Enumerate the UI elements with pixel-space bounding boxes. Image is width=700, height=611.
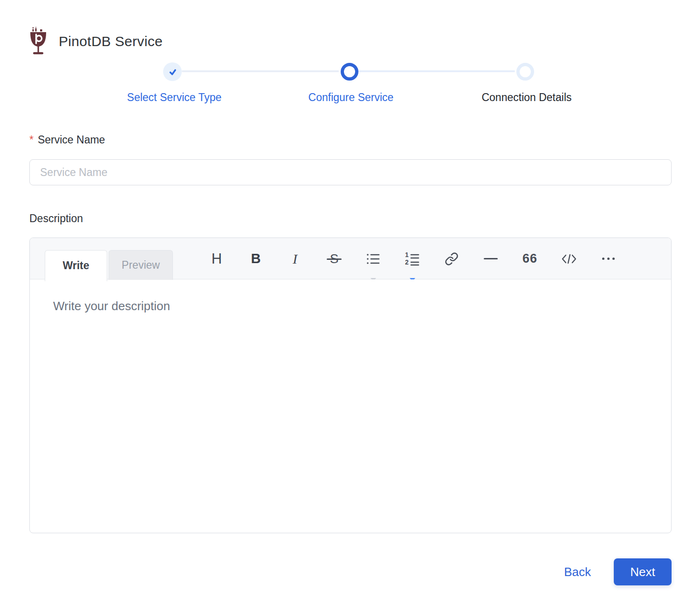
step-label-configure-service[interactable]: Configure Service	[309, 91, 394, 104]
quote-icon[interactable]: 66	[521, 238, 539, 279]
editor-toolbar: Write Preview H B I S	[30, 238, 671, 279]
link-icon[interactable]	[442, 238, 461, 279]
step-circle-select-service-type[interactable]	[163, 62, 182, 81]
description-label-text: Description	[29, 212, 83, 225]
more-icon[interactable]	[599, 238, 618, 279]
strikethrough-icon[interactable]: S	[325, 238, 343, 279]
page-title: PinotDB Service	[59, 34, 163, 49]
description-label: Description	[29, 212, 672, 225]
pinotdb-service-wizard: PinotDB Service Select Service Type Conf…	[0, 0, 700, 585]
required-marker: *	[29, 134, 34, 146]
editor-write-area	[30, 279, 671, 533]
stepper: Select Service Type Configure Service Co…	[29, 62, 672, 115]
code-icon[interactable]	[560, 238, 578, 279]
stepper-connector-2	[357, 70, 515, 72]
editor-tools: H B I S	[207, 238, 618, 279]
bold-icon[interactable]: B	[247, 238, 265, 279]
check-icon	[168, 67, 178, 77]
svg-text:1: 1	[405, 252, 409, 258]
back-button[interactable]: Back	[564, 565, 591, 579]
service-name-label: * Service Name	[29, 134, 672, 146]
description-editor: Write Preview H B I S	[29, 238, 672, 533]
step-circle-connection-details[interactable]	[516, 63, 534, 81]
step-label-select-service-type[interactable]: Select Service Type	[127, 91, 222, 104]
wizard-footer: Back Next	[29, 558, 672, 585]
tab-write[interactable]: Write	[45, 250, 107, 281]
bullet-list-icon[interactable]	[364, 238, 383, 279]
step-circle-configure-service[interactable]	[341, 63, 358, 81]
next-button[interactable]: Next	[614, 558, 672, 585]
service-name-label-text: Service Name	[38, 134, 105, 146]
heading-icon[interactable]: H	[207, 238, 226, 279]
numbered-list-icon[interactable]: 1 2	[403, 238, 422, 279]
page-header: PinotDB Service	[27, 0, 672, 56]
pinot-wine-glass-logo	[27, 27, 49, 56]
step-label-connection-details[interactable]: Connection Details	[481, 91, 571, 104]
service-name-input[interactable]	[29, 159, 672, 185]
tab-preview[interactable]: Preview	[109, 250, 173, 280]
horizontal-rule-icon[interactable]	[481, 238, 500, 279]
description-textarea[interactable]	[30, 279, 671, 533]
stepper-connector-1	[182, 70, 339, 72]
svg-text:2: 2	[405, 258, 409, 266]
italic-icon[interactable]: I	[286, 238, 304, 279]
